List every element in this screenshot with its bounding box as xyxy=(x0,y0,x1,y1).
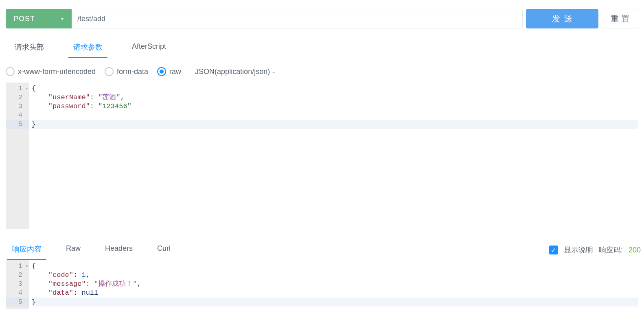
tab-response-content[interactable]: 响应内容 xyxy=(0,240,54,260)
method-value: POST xyxy=(13,15,35,23)
editor-code[interactable]: { "userName": "莲酒", "password": "123456"… xyxy=(29,83,638,229)
code-line[interactable]: "message": "操作成功！", xyxy=(32,280,638,289)
code-line[interactable] xyxy=(32,111,638,120)
editor-code[interactable]: { "code": 1, "message": "操作成功！", "data":… xyxy=(29,260,638,309)
tab-response-raw[interactable]: Raw xyxy=(54,240,93,260)
radio-circle-icon xyxy=(105,67,114,76)
radio-label: form-data xyxy=(117,67,148,76)
gutter-line: 1 xyxy=(6,84,29,93)
method-select[interactable]: POST ▾ xyxy=(6,9,72,28)
tab-request-params[interactable]: 请求参数 xyxy=(59,37,117,58)
send-button[interactable]: 发送 xyxy=(526,9,598,28)
cursor-icon xyxy=(36,298,36,305)
code-line[interactable]: { xyxy=(32,262,638,271)
radio-label: x-www-form-urlencoded xyxy=(18,67,96,76)
code-line[interactable]: "data": null xyxy=(32,289,638,298)
chevron-down-icon: ⌄ xyxy=(272,69,276,74)
gutter-line: 1 xyxy=(6,262,29,271)
response-code-label: 响应码: xyxy=(599,245,623,255)
content-type-select[interactable]: JSON(application/json) ⌄ xyxy=(195,67,276,76)
response-code-value: 200 xyxy=(629,246,641,254)
reset-button[interactable]: 重置 xyxy=(602,9,638,28)
response-tabs-row: 响应内容 Raw Headers Curl ✓ 显示说明 响应码: 200 xyxy=(0,234,644,260)
request-bar: POST ▾ 发送 重置 xyxy=(0,0,644,33)
show-description-label: 显示说明 xyxy=(564,245,593,255)
gutter-line: 5 xyxy=(6,298,29,306)
response-body-editor[interactable]: 12345 { "code": 1, "message": "操作成功！", "… xyxy=(6,260,638,309)
url-input[interactable] xyxy=(72,9,523,28)
radio-xwww[interactable]: x-www-form-urlencoded xyxy=(6,67,96,76)
editor-gutter: 12345 xyxy=(6,260,29,309)
gutter-line: 4 xyxy=(6,111,29,120)
code-line[interactable]: } xyxy=(32,298,638,306)
gutter-line: 2 xyxy=(6,271,29,280)
code-line[interactable]: "password": "123456" xyxy=(32,102,638,111)
tab-afterscript[interactable]: AfterScript xyxy=(117,37,181,58)
gutter-line: 5 xyxy=(6,120,29,129)
response-tabs: 响应内容 Raw Headers Curl xyxy=(0,240,183,260)
gutter-line: 4 xyxy=(6,289,29,298)
gutter-line: 3 xyxy=(6,102,29,111)
content-type-value: JSON(application/json) xyxy=(195,67,270,76)
code-line[interactable]: "code": 1, xyxy=(32,271,638,280)
tab-response-headers[interactable]: Headers xyxy=(93,240,145,260)
request-body-editor[interactable]: 12345 { "userName": "莲酒", "password": "1… xyxy=(6,83,638,229)
gutter-line: 2 xyxy=(6,93,29,102)
radio-circle-icon xyxy=(6,67,15,76)
radio-raw[interactable]: raw xyxy=(157,67,181,76)
code-line[interactable]: } xyxy=(32,120,638,129)
radio-formdata[interactable]: form-data xyxy=(105,67,148,76)
editor-gutter: 12345 xyxy=(6,83,29,229)
body-type-row: x-www-form-urlencoded form-data raw JSON… xyxy=(0,58,644,83)
response-meta: ✓ 显示说明 响应码: 200 xyxy=(549,245,642,255)
gutter-line: 3 xyxy=(6,280,29,289)
show-description-checkbox[interactable]: ✓ xyxy=(549,246,558,254)
request-tabs: 请求头部 请求参数 AfterScript xyxy=(0,33,644,58)
radio-circle-icon xyxy=(157,67,166,76)
cursor-icon xyxy=(36,120,36,127)
chevron-down-icon: ▾ xyxy=(61,16,64,22)
tab-request-headers[interactable]: 请求头部 xyxy=(0,37,59,58)
code-line[interactable]: "userName": "莲酒", xyxy=(32,93,638,102)
code-line[interactable]: { xyxy=(32,84,638,93)
tab-response-curl[interactable]: Curl xyxy=(145,240,183,260)
radio-label: raw xyxy=(169,67,181,76)
